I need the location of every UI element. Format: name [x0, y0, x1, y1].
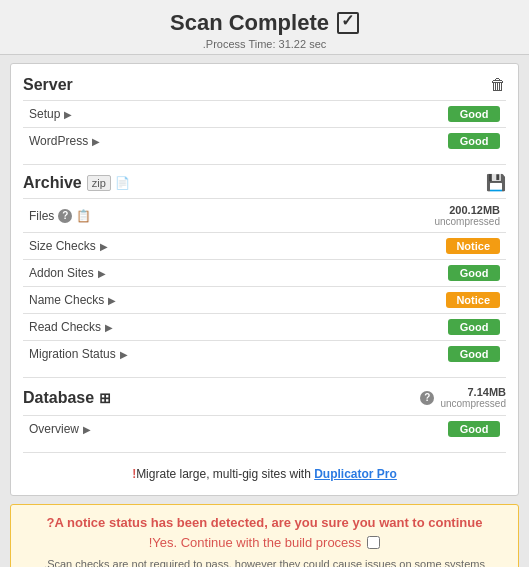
name-checks-label[interactable]: Name Checks ▶: [29, 293, 355, 307]
database-size: 7.14MB uncompressed: [440, 386, 506, 409]
database-section-header: Database ⊞ ? 7.14MB uncompressed: [23, 386, 506, 409]
duplicator-pro-link[interactable]: Duplicator Pro: [314, 467, 397, 481]
check-icon: [337, 12, 359, 34]
page-title: Scan Complete: [0, 10, 529, 36]
chevron-icon: ▶: [92, 136, 100, 147]
process-time: .Process Time: 31.22 sec: [0, 38, 529, 50]
continue-checkbox[interactable]: [367, 536, 380, 549]
wordpress-badge: Good: [448, 133, 500, 149]
overview-badge: Good: [448, 421, 500, 437]
table-row: Addon Sites ▶ Good: [23, 260, 506, 287]
notice-hint: .Scan checks are not required to pass, h…: [25, 556, 504, 567]
migration-status-label[interactable]: Migration Status ▶: [29, 347, 355, 361]
table-row: Setup ▶ Good: [23, 101, 506, 128]
table-row: WordPress ▶ Good: [23, 128, 506, 155]
notice-confirm-label: !Yes. Continue with the build process: [149, 535, 362, 550]
read-checks-label[interactable]: Read Checks ▶: [29, 320, 355, 334]
divider: [23, 377, 506, 378]
promo-text: !Migrate large, multi-gig sites with Dup…: [23, 461, 506, 483]
database-table: Overview ▶ Good: [23, 415, 506, 442]
files-size: 200.12MB uncompressed: [367, 204, 500, 227]
archive-title: Archive zip 📄: [23, 174, 130, 192]
database-help-icon[interactable]: ?: [420, 391, 434, 405]
promo-main: Migrate large, multi-gig sites with: [136, 467, 314, 481]
table-row: Name Checks ▶ Notice: [23, 287, 506, 314]
database-grid-icon: ⊞: [99, 390, 111, 406]
chevron-icon: ▶: [105, 322, 113, 333]
server-icon: 🗑: [490, 76, 506, 94]
table-row: Read Checks ▶ Good: [23, 314, 506, 341]
chevron-icon: ▶: [120, 349, 128, 360]
archive-section-header: Archive zip 📄 💾: [23, 173, 506, 192]
archive-table: Files ? 📋 200.12MB uncompressed Size C: [23, 198, 506, 367]
archive-icons: zip 📄: [87, 175, 130, 191]
database-title: Database ⊞: [23, 389, 111, 407]
server-section-header: Server 🗑: [23, 76, 506, 94]
setup-row-label[interactable]: Setup ▶: [29, 107, 355, 121]
server-table: Setup ▶ Good WordPress ▶ Good: [23, 100, 506, 154]
divider: [23, 164, 506, 165]
read-checks-badge: Good: [448, 319, 500, 335]
table-row: Migration Status ▶ Good: [23, 341, 506, 368]
notice-warning-text: ?A notice status has been detected, are …: [25, 515, 504, 530]
table-row: Size Checks ▶ Notice: [23, 233, 506, 260]
main-card: Server 🗑 Setup ▶ Good WordPres: [10, 63, 519, 496]
file-icon: 📄: [115, 176, 130, 190]
addon-sites-label[interactable]: Addon Sites ▶: [29, 266, 355, 280]
addon-sites-badge: Good: [448, 265, 500, 281]
server-title: Server: [23, 76, 73, 94]
title-text: Scan Complete: [170, 10, 329, 36]
chevron-icon: ▶: [98, 268, 106, 279]
wordpress-row-label[interactable]: WordPress ▶: [29, 134, 355, 148]
notice-banner: ?A notice status has been detected, are …: [10, 504, 519, 567]
divider: [23, 452, 506, 453]
chevron-icon: ▶: [83, 424, 91, 435]
migration-status-badge: Good: [448, 346, 500, 362]
setup-badge: Good: [448, 106, 500, 122]
size-checks-badge: Notice: [446, 238, 500, 254]
page-header: Scan Complete .Process Time: 31.22 sec: [0, 0, 529, 55]
table-row: Overview ▶ Good: [23, 416, 506, 443]
overview-row-label[interactable]: Overview ▶: [29, 422, 355, 436]
files-row-label[interactable]: Files ? 📋: [29, 209, 355, 223]
size-checks-label[interactable]: Size Checks ▶: [29, 239, 355, 253]
name-checks-badge: Notice: [446, 292, 500, 308]
database-size-area: ? 7.14MB uncompressed: [420, 386, 506, 409]
notice-confirm-row: !Yes. Continue with the build process: [25, 535, 504, 550]
notice-hint-line1: .Scan checks are not required to pass, h…: [25, 556, 504, 567]
archive-save-icon: 💾: [486, 173, 506, 192]
zip-label: zip: [87, 175, 111, 191]
chevron-icon: ▶: [64, 109, 72, 120]
chevron-icon: ▶: [108, 295, 116, 306]
files-copy-icon: 📋: [76, 209, 91, 223]
table-row: Files ? 📋 200.12MB uncompressed: [23, 199, 506, 233]
files-help-icon[interactable]: ?: [58, 209, 72, 223]
chevron-icon: ▶: [100, 241, 108, 252]
